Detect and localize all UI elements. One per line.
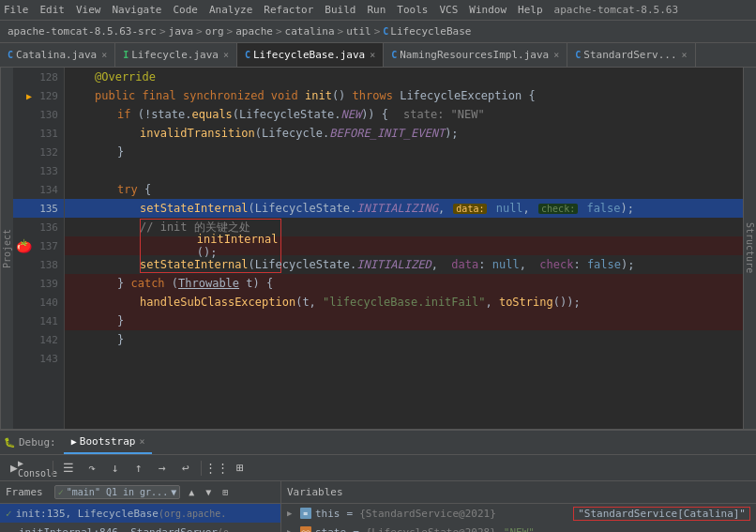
frames-label: Frames [6, 486, 43, 498]
menu-edit[interactable]: Edit [40, 4, 66, 16]
frame-up-button[interactable]: ▲ [184, 485, 199, 500]
static-new: NEW [340, 108, 361, 121]
code-138-2: (LifecycleState. [249, 258, 357, 271]
variables-list: ▶ ≡ this = {StandardService@2021} "Stand… [281, 504, 756, 532]
breadcrumb-cls-icon: C [383, 26, 388, 37]
frame-text-2: initInternal:846, StandardServer [19, 526, 218, 533]
breadcrumb-org[interactable]: org [205, 25, 224, 38]
var-value-box-this: "StandardService[Catalina]" [573, 507, 750, 521]
code-135-7: ); [621, 202, 634, 215]
tab-standardserver-label: StandardServ... [583, 49, 676, 61]
menu-vcs[interactable]: VCS [439, 4, 458, 16]
frame-item-1[interactable]: ✓ init:135, LifecycleBase (org.apache. [0, 504, 280, 523]
breadcrumb-root[interactable]: apache-tomcat-8.5.63-src [8, 25, 157, 38]
breadcrumb-util[interactable]: util [346, 25, 371, 38]
structure-tab[interactable]: Structure [743, 68, 756, 429]
code-content[interactable]: @Override public final synchronized void… [65, 68, 743, 429]
settings-button[interactable]: ☰ [58, 458, 79, 479]
static-initializing: INITIALIZING [356, 202, 438, 215]
revert-button[interactable]: ↩ [175, 458, 196, 479]
menu-navigate[interactable]: Navigate [113, 4, 162, 16]
check-tag: check: [538, 204, 578, 214]
tab-namingresources[interactable]: C NamingResourcesImpl.java × [384, 43, 567, 67]
code-line-132: } [65, 143, 743, 161]
var-expand-this[interactable]: ▶ [287, 509, 296, 518]
var-eq-state: = [353, 526, 359, 533]
breadcrumb-java[interactable]: java [169, 25, 194, 38]
tabs-bar: C Catalina.java × I Lifecycle.java × C L… [0, 43, 756, 68]
gutter-row-143: 143 [13, 349, 64, 368]
thread-name: "main" Q1 in gr... [67, 487, 168, 497]
menu-refactor[interactable]: Refactor [264, 4, 313, 16]
debug-tab-label[interactable]: Debug: [19, 436, 56, 448]
code-139-2: ( [172, 277, 178, 290]
tab-namingresources-close[interactable]: × [553, 50, 559, 60]
menu-code[interactable]: Code [173, 4, 198, 16]
code-134-2: { [144, 183, 151, 196]
step-into-button[interactable]: ↓ [105, 458, 126, 479]
code-line-133 [65, 161, 743, 180]
bootstrap-icon: ▶ [71, 436, 77, 447]
menu-tomcat[interactable]: apache-tomcat-8.5.63 [554, 4, 678, 16]
var-item-this[interactable]: ▶ ≡ this = {StandardService@2021} "Stand… [281, 504, 756, 523]
thread-label: ✓ [58, 487, 64, 497]
code-138-7: ); [621, 258, 634, 271]
tab-standardserver-icon: C [575, 50, 581, 60]
code-138-6: : [573, 258, 586, 271]
code-138-3: , [431, 258, 452, 271]
code-line-129: public final synchronized void init () t… [65, 86, 743, 105]
frames-nav: ▲ ▼ ⊞ [184, 485, 233, 500]
breadcrumb-catalina[interactable]: catalina [285, 25, 335, 38]
code-135-3: , [438, 202, 451, 215]
breadcrumb-apache[interactable]: apache [235, 25, 273, 38]
console-btn[interactable]: ▶ Console [27, 458, 48, 479]
gutter-row-133: 133 [13, 161, 64, 180]
menu-view[interactable]: View [76, 4, 101, 16]
tab-catalina[interactable]: C Catalina.java × [0, 43, 115, 67]
breakpoint-icon: 🍅 [16, 238, 32, 253]
frame-item-2[interactable]: initInternal:846, StandardServer (o [0, 523, 280, 532]
code-line-142: } [65, 330, 743, 349]
var-expand-state[interactable]: ▶ [287, 527, 296, 532]
gutter-row-129: ▶ 129 [13, 86, 64, 105]
method-init: init [305, 89, 332, 102]
tab-bootstrap[interactable]: ▶ Bootstrap × [64, 432, 153, 454]
menu-run[interactable]: Run [367, 4, 386, 16]
tab-lifecycle[interactable]: I Lifecycle.java × [115, 43, 237, 67]
more-button[interactable]: ⋮⋮ [206, 458, 227, 479]
menu-file[interactable]: File [4, 4, 29, 16]
breadcrumb-class[interactable]: LifecycleBase [390, 25, 471, 38]
tab-lifecyclebase[interactable]: C LifecycleBase.java × [237, 43, 384, 67]
tab-standardserver[interactable]: C StandardServ... × [567, 43, 695, 67]
var-item-state[interactable]: ▶ ○○ state = {LifecycleState@2028} "NEW" [281, 523, 756, 532]
tab-standardserver-close[interactable]: × [682, 50, 688, 60]
method-equals: equals [191, 108, 232, 121]
tab-catalina-close[interactable]: × [101, 50, 107, 60]
kw-false-135: false [586, 202, 620, 215]
cls-throwable: Throwable [178, 277, 239, 290]
layout-button[interactable]: ⊞ [230, 458, 250, 479]
step-over-button[interactable]: ↷ [82, 458, 102, 479]
menu-tools[interactable]: Tools [397, 4, 428, 16]
tab-lifecyclebase-close[interactable]: × [370, 50, 375, 60]
step-out-button[interactable]: ↑ [129, 458, 149, 479]
frame-check-1: ✓ [6, 508, 12, 520]
tab-lifecyclebase-icon: C [245, 50, 250, 60]
bootstrap-close[interactable]: × [139, 436, 144, 447]
menu-build[interactable]: Build [325, 4, 355, 16]
frame-filter-button[interactable]: ⊞ [218, 485, 233, 500]
code-139-1: } [117, 277, 130, 290]
gutter-row-140: 140 [13, 293, 64, 312]
thread-dropdown[interactable]: ✓ "main" Q1 in gr... ▼ [54, 485, 180, 499]
run-cursor-button[interactable]: → [152, 458, 173, 479]
static-initialized: INITIALIZED [356, 258, 431, 271]
menu-analyze[interactable]: Analyze [209, 4, 252, 16]
breadcrumb: apache-tomcat-8.5.63-src > java > org > … [0, 21, 756, 43]
kw-catch: catch [130, 277, 171, 290]
frame-down-button[interactable]: ▼ [201, 485, 216, 500]
debug-tabs-bar: 🐛 Debug: ▶ Bootstrap × [0, 431, 756, 455]
var-value-state: "NEW" [504, 526, 535, 533]
menu-window[interactable]: Window [469, 4, 507, 16]
tab-lifecycle-close[interactable]: × [223, 50, 229, 60]
menu-help[interactable]: Help [518, 4, 543, 16]
